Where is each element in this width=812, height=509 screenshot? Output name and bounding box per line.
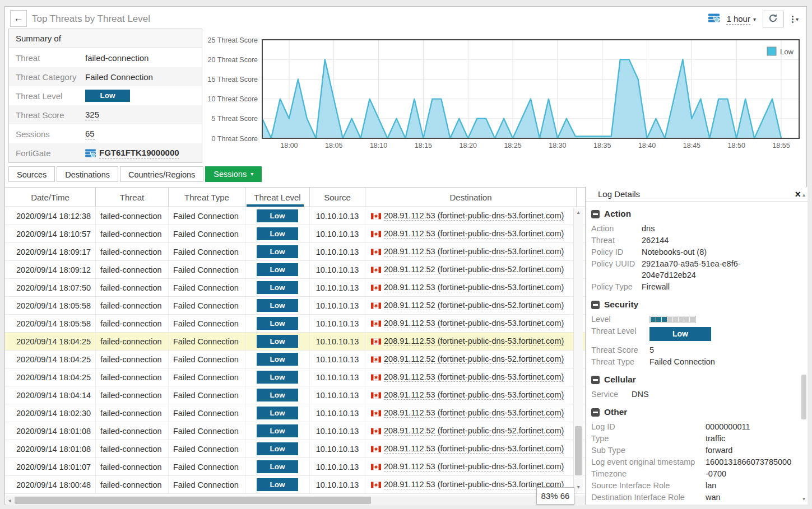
destination-link[interactable]: 208.91.112.53 (fortinet-public-dns-53.fo… (384, 408, 564, 418)
cell-threat-type: Failed Connection (169, 315, 245, 332)
fortigate-icon (85, 149, 96, 157)
table-row[interactable]: 2020/09/14 18:04:25failed-connectionFail… (5, 351, 585, 368)
table-horizontal-scrollbar[interactable]: ◂ (6, 496, 585, 505)
scroll-down-icon[interactable]: ▾ (574, 483, 583, 492)
destination-link[interactable]: 208.91.112.53 (fortinet-public-dns-53.fo… (384, 372, 564, 382)
back-button[interactable]: ← (10, 10, 27, 27)
table-row[interactable]: 2020/09/14 18:09:12failed-connectionFail… (5, 261, 585, 279)
close-icon[interactable]: × (795, 189, 801, 199)
column-header-label: Threat Level (254, 193, 300, 202)
drilldown-link[interactable]: 65 (85, 129, 95, 139)
table-row[interactable]: 2020/09/14 18:04:25failed-connectionFail… (5, 368, 585, 386)
cell-date-time: 2020/09/14 18:02:30 (5, 404, 96, 422)
log-section-title: Security (604, 300, 638, 310)
destination-link[interactable]: 208.91.112.53 (fortinet-public-dns-53.fo… (384, 390, 564, 400)
column-header-threat-type[interactable]: Threat Type (169, 188, 245, 207)
summary-row: Threat LevelLow (9, 86, 202, 105)
cell-source: 10.10.10.13 (310, 351, 365, 368)
table-row[interactable]: 2020/09/14 18:05:58failed-connectionFail… (5, 315, 585, 333)
column-header-destination[interactable]: Destination (365, 188, 577, 207)
fortigate-device-link[interactable]: FGT61FTK19000000 (99, 148, 179, 158)
table-row[interactable]: 2020/09/14 18:00:48failed-connectionFail… (5, 476, 585, 494)
canada-flag-icon (371, 428, 381, 435)
scroll-up-icon[interactable]: ▴ (574, 208, 583, 217)
summary-value: 325 (85, 110, 99, 120)
tab-sessions[interactable]: Sessions▾ (205, 166, 262, 182)
level-segment (656, 317, 661, 322)
column-header-threat[interactable]: Threat (96, 188, 169, 207)
destination-link[interactable]: 208.91.112.53 (fortinet-public-dns-53.fo… (384, 211, 564, 221)
log-section-header[interactable]: Action (591, 209, 801, 219)
tab-countries-regions[interactable]: Countries/Regions (120, 166, 203, 182)
destination-link[interactable]: 208.91.112.52 (fortinet-public-dns-52.fo… (384, 301, 564, 310)
scroll-down-icon[interactable]: ▾ (801, 494, 807, 503)
scroll-left-icon[interactable]: ◂ (6, 496, 13, 505)
scrollbar-thumb[interactable] (801, 375, 806, 419)
cell-threat-level: Low (245, 207, 310, 225)
destination-link[interactable]: 208.91.112.53 (fortinet-public-dns-53.fo… (384, 229, 564, 239)
cell-threat: failed-connection (96, 422, 169, 440)
destination-link[interactable]: 208.91.112.53 (fortinet-public-dns-53.fo… (384, 247, 564, 256)
column-header-threat-level[interactable]: Threat Level (245, 188, 310, 207)
scrollbar-thumb[interactable] (575, 426, 582, 475)
cell-threat-type: Failed Connection (169, 404, 245, 422)
scrollbar-thumb[interactable] (15, 497, 371, 504)
table-row[interactable]: 2020/09/14 18:10:57failed-connectionFail… (5, 225, 585, 243)
timeframe-dropdown[interactable]: 1 hour ▾ (726, 14, 756, 25)
x-axis-label: 18:05 (325, 142, 342, 150)
destination-link[interactable]: 208.91.112.53 (fortinet-public-dns-53.fo… (384, 337, 564, 346)
table-row[interactable]: 2020/09/14 18:01:07failed-connectionFail… (5, 458, 585, 476)
destination-link[interactable]: 208.91.112.53 (fortinet-public-dns-53.fo… (384, 283, 564, 292)
table-row[interactable]: 2020/09/14 18:01:08failed-connectionFail… (5, 440, 585, 458)
log-details-scrollbar[interactable]: ▴ ▾ (801, 204, 807, 502)
cell-date-time: 2020/09/14 18:05:58 (5, 297, 96, 314)
log-section-header[interactable]: Other (591, 407, 801, 417)
cell-date-time: 2020/09/14 18:04:25 (5, 333, 96, 350)
destination-link[interactable]: 208.91.112.53 (fortinet-public-dns-53.fo… (384, 444, 564, 454)
legend-swatch-low[interactable] (767, 47, 776, 55)
column-header-a[interactable]: A (577, 188, 585, 207)
tab-destinations[interactable]: Destinations (57, 166, 118, 182)
cell-threat-type: Failed Connection (169, 386, 245, 404)
threat-level-badge: Low (257, 263, 298, 276)
table-row[interactable]: 2020/09/14 18:12:38failed-connectionFail… (5, 207, 585, 225)
column-header-source[interactable]: Source (310, 188, 365, 207)
more-options-menu[interactable]: ▾ (791, 15, 800, 24)
summary-label: Sessions (9, 129, 85, 139)
log-detail-row: Log event original timestamp160013186607… (591, 456, 801, 468)
table-row[interactable]: 2020/09/14 18:04:14failed-connectionFail… (5, 386, 585, 404)
table-row[interactable]: 2020/09/14 18:05:58failed-connectionFail… (5, 297, 585, 315)
cell-date-time: 2020/09/14 18:09:17 (5, 243, 96, 260)
destination-link[interactable]: 208.91.112.53 (fortinet-public-dns-53.fo… (384, 319, 564, 328)
log-section-header[interactable]: Cellular (591, 375, 801, 385)
table-row[interactable]: 2020/09/14 18:01:08failed-connectionFail… (5, 422, 585, 440)
threat-level-badge: Low (257, 245, 298, 258)
log-section-header[interactable]: Security (591, 300, 801, 310)
canada-flag-icon (371, 267, 381, 273)
destination-link[interactable]: 208.91.112.52 (fortinet-public-dns-52.fo… (384, 354, 564, 364)
drilldown-link[interactable]: 325 (85, 110, 99, 120)
cell-source: 10.10.10.13 (310, 261, 365, 278)
table-row[interactable]: 2020/09/14 18:07:50failed-connectionFail… (5, 279, 585, 297)
cell-destination: 208.91.112.53 (fortinet-public-dns-53.fo… (365, 225, 577, 242)
cell-destination: 208.91.112.53 (fortinet-public-dns-53.fo… (365, 440, 577, 457)
kebab-menu-icon (792, 16, 794, 23)
destination-link[interactable]: 208.91.112.52 (fortinet-public-dns-52.fo… (384, 426, 564, 436)
tab-sources[interactable]: Sources (8, 166, 55, 182)
table-vertical-scrollbar[interactable]: ▴ ▾ (573, 208, 583, 492)
table-row[interactable]: 2020/09/14 18:09:17failed-connectionFail… (5, 243, 585, 261)
threat-level-badge: Low (257, 317, 298, 330)
cell-destination: 208.91.112.53 (fortinet-public-dns-53.fo… (365, 386, 577, 404)
cell-date-time: 2020/09/14 18:09:12 (5, 261, 96, 278)
refresh-button[interactable] (763, 11, 784, 27)
table-row[interactable]: 2020/09/14 18:02:30failed-connectionFail… (5, 404, 585, 422)
log-detail-value: dns (642, 223, 655, 234)
destination-link[interactable]: 208.91.112.52 (fortinet-public-dns-52.fo… (384, 265, 564, 274)
column-header-date-time[interactable]: Date/Time (5, 188, 96, 207)
destination-link[interactable]: 208.91.112.53 (fortinet-public-dns-53.fo… (384, 462, 564, 471)
cell-source: 10.10.10.13 (310, 440, 365, 457)
scroll-up-icon[interactable]: ▴ (801, 190, 807, 199)
cell-source: 10.10.10.13 (310, 207, 365, 225)
table-row[interactable]: 2020/09/14 18:04:25failed-connectionFail… (5, 333, 585, 351)
chevron-down-icon: ▾ (796, 16, 799, 22)
